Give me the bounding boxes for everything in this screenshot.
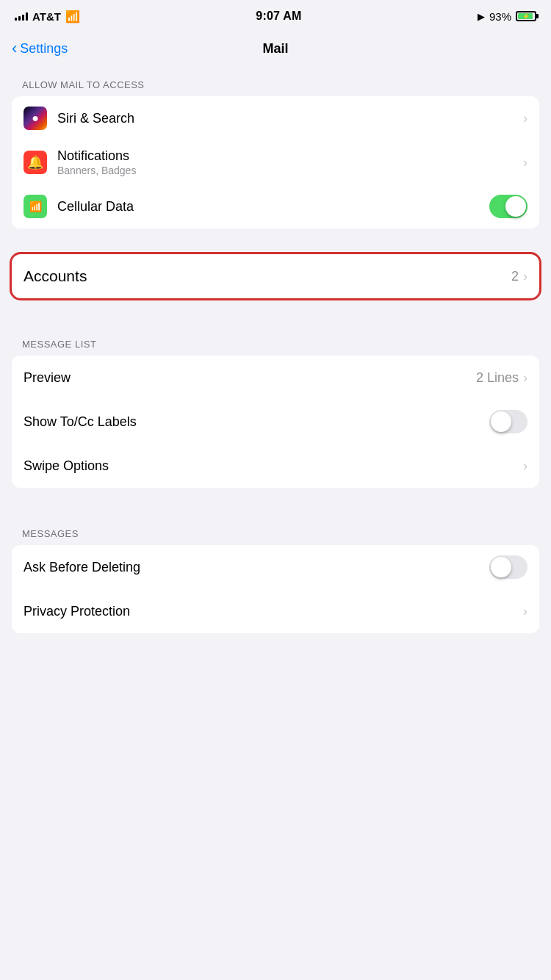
signal-bars <box>15 12 28 21</box>
notifications-chevron: › <box>523 155 527 170</box>
battery-shell: ⚡ <box>516 11 536 21</box>
siri-icon: ● <box>24 107 47 130</box>
privacy-protection-right: › <box>523 604 527 619</box>
ask-before-deleting-knob <box>491 557 511 577</box>
section-allow-mail-label: ALLOW MAIL TO ACCESS <box>0 65 551 96</box>
signal-bar-1 <box>15 18 17 21</box>
notifications-title: Notifications <box>57 148 523 164</box>
preview-right: 2 Lines › <box>476 370 527 386</box>
notifications-row[interactable]: 🔔 Notifications Banners, Badges › <box>12 140 539 184</box>
show-tocc-toggle[interactable] <box>489 410 527 433</box>
siri-search-row[interactable]: ● Siri & Search › <box>12 96 539 140</box>
preview-value: 2 Lines <box>476 370 519 386</box>
show-tocc-row[interactable]: Show To/Cc Labels <box>12 400 539 444</box>
toggle-knob <box>505 196 526 217</box>
back-label: Settings <box>20 41 68 57</box>
cellular-data-content: Cellular Data <box>57 199 489 215</box>
accounts-group: Accounts 2 › <box>12 254 539 298</box>
swipe-options-row[interactable]: Swipe Options › <box>12 444 539 488</box>
signal-bar-4 <box>26 12 28 21</box>
bell-icon: 🔔 <box>27 154 43 170</box>
show-tocc-knob <box>491 411 511 432</box>
show-tocc-title: Show To/Cc Labels <box>24 414 489 430</box>
battery-percent: 93% <box>489 10 511 23</box>
ask-before-deleting-row[interactable]: Ask Before Deleting <box>12 545 539 589</box>
privacy-protection-chevron: › <box>523 604 527 619</box>
privacy-protection-row[interactable]: Privacy Protection › <box>12 589 539 633</box>
battery-bolt-icon: ⚡ <box>522 13 530 20</box>
section-message-list-label: MESSAGE LIST <box>0 324 551 356</box>
accounts-chevron: › <box>523 269 527 284</box>
siri-search-title: Siri & Search <box>57 111 523 126</box>
battery-indicator: ⚡ <box>516 11 536 21</box>
accounts-right: 2 › <box>511 269 527 284</box>
signal-bar-3 <box>22 15 24 21</box>
notifications-subtitle: Banners, Badges <box>57 165 523 176</box>
siri-search-right: › <box>523 111 527 126</box>
swipe-options-right: › <box>523 458 527 474</box>
cellular-icon: 📶 <box>24 195 47 218</box>
notifications-content: Notifications Banners, Badges <box>57 148 523 176</box>
cellular-data-row[interactable]: 📶 Cellular Data <box>12 184 539 228</box>
ask-before-deleting-toggle[interactable] <box>489 555 527 579</box>
preview-title: Preview <box>24 370 476 386</box>
swipe-options-chevron: › <box>523 458 527 474</box>
preview-row[interactable]: Preview 2 Lines › <box>12 356 539 400</box>
wifi-icon: 📶 <box>65 10 80 24</box>
messages-group: Ask Before Deleting Privacy Protection › <box>12 545 539 633</box>
allow-mail-group: ● Siri & Search › 🔔 Notifications Banner… <box>12 96 539 228</box>
status-left: AT&T 📶 <box>15 10 80 24</box>
status-right: ▶ 93% ⚡ <box>478 10 536 23</box>
carrier-label: AT&T <box>32 10 61 23</box>
siri-search-chevron: › <box>523 111 527 126</box>
notifications-icon: 🔔 <box>24 151 47 174</box>
back-button[interactable]: ‹ Settings <box>12 40 68 57</box>
cellular-symbol: 📶 <box>29 201 42 212</box>
siri-search-content: Siri & Search <box>57 111 523 126</box>
section-messages-label: MESSAGES <box>0 514 551 545</box>
status-time: 9:07 AM <box>256 10 301 23</box>
preview-chevron: › <box>523 370 527 386</box>
swipe-options-title: Swipe Options <box>24 458 523 474</box>
accounts-count: 2 <box>511 269 519 284</box>
notifications-right: › <box>523 155 527 170</box>
cellular-data-toggle[interactable] <box>489 195 527 218</box>
signal-bar-2 <box>18 16 21 21</box>
ask-before-deleting-title: Ask Before Deleting <box>24 560 489 575</box>
accounts-title: Accounts <box>24 267 511 285</box>
cellular-data-title: Cellular Data <box>57 199 489 215</box>
status-bar: AT&T 📶 9:07 AM ▶ 93% ⚡ <box>0 0 551 32</box>
privacy-protection-title: Privacy Protection <box>24 604 523 619</box>
message-list-group: Preview 2 Lines › Show To/Cc Labels Swip… <box>12 356 539 488</box>
siri-symbol: ● <box>32 112 39 125</box>
back-chevron-icon: ‹ <box>12 40 17 57</box>
page-title: Mail <box>262 41 288 57</box>
nav-bar: ‹ Settings Mail <box>0 32 551 65</box>
location-icon: ▶ <box>478 11 485 22</box>
accounts-row[interactable]: Accounts 2 › <box>12 254 539 298</box>
